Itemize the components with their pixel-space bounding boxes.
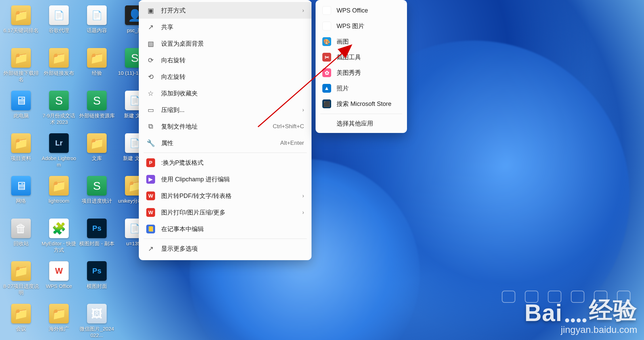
desktop-icon-label: 文库 xyxy=(92,155,102,161)
menu-item[interactable]: ▣打开方式› xyxy=(139,2,312,19)
net-icon: 🖥 xyxy=(11,176,31,196)
desktop-icon[interactable]: 📁文库 xyxy=(78,131,116,173)
submenu-app-label: WPS Office xyxy=(337,7,368,14)
desktop-icon-label: 回收站 xyxy=(14,240,29,247)
desktop-icon[interactable]: Ps横图封面 - 副本 xyxy=(78,216,116,258)
desktop-icon[interactable]: 📁项目资料 xyxy=(2,131,40,173)
menu-item-label: 向右旋转 xyxy=(161,56,304,64)
menu-separator xyxy=(320,114,402,114)
menu-item[interactable]: W图片转PDF/转文字/转表格› xyxy=(139,187,312,204)
desktop-icon[interactable]: S7-9月份成交话术 2023 xyxy=(40,88,78,131)
menu-item-label: 显示更多选项 xyxy=(161,245,304,253)
chevron-right-icon: › xyxy=(302,107,304,113)
submenu-app-item[interactable]: ✂截图工具 xyxy=(316,49,407,65)
menu-item[interactable]: ⧉复制文件地址Ctrl+Shift+C xyxy=(139,118,312,135)
menu-item-icon: 🔧 xyxy=(146,139,155,148)
file-icon: 📄 xyxy=(87,5,107,25)
desktop-icon[interactable] xyxy=(116,258,154,301)
folder-icon: 📁 xyxy=(11,304,31,323)
submenu-app-label: 截图工具 xyxy=(337,53,361,61)
desktop-icon-label: 6.17关键词排名 xyxy=(3,27,39,33)
menu-item[interactable]: ▧设置为桌面背景 xyxy=(139,35,312,52)
menu-item-label: 图片转PDF/转文字/转表格 xyxy=(161,192,296,200)
submenu-app-item[interactable]: ✿美图秀秀 xyxy=(316,65,407,81)
desktop-icon-label: 8-27项目进度说明 xyxy=(3,283,39,296)
folder-icon: 📁 xyxy=(49,176,69,196)
desktop[interactable]: 📁6.17关键词排名📄谷歌代理📄话题内容👤psc_副📁外部链接下载排名📁外部链接… xyxy=(0,0,644,340)
desktop-icon[interactable]: 📁外部链接下载排名 xyxy=(2,45,40,88)
desktop-icon[interactable]: 🖼微信图片_2024022... xyxy=(78,301,116,340)
desktop-icon-label: 外部链接发布 xyxy=(44,70,74,76)
app-icon: ▲ xyxy=(322,84,331,93)
desktop-icon-label: 微信图片_2024022... xyxy=(79,325,115,338)
desktop-icon[interactable]: LrAdobe Lightroom xyxy=(40,131,78,173)
submenu-app-item[interactable]: ⬛搜索 Microsoft Store xyxy=(316,96,407,112)
wps-icon: S xyxy=(87,91,107,110)
menu-item-shortcut: Ctrl+Shift+C xyxy=(273,123,304,130)
desktop-icon-label: 经验 xyxy=(92,70,102,76)
desktop-icon[interactable]: WPS Office xyxy=(40,258,78,301)
desktop-icon[interactable]: 🖥此电脑 xyxy=(2,88,40,131)
desktop-icon[interactable]: 📄话题内容 xyxy=(78,3,116,45)
desktop-icon[interactable]: 📁8-27项目进度说明 xyxy=(2,258,40,301)
desktop-icon[interactable]: 📁6.17关键词排名 xyxy=(2,3,40,45)
desktop-icon[interactable]: 🗑回收站 xyxy=(2,216,40,258)
desktop-icon[interactable]: S外部链接资源库 xyxy=(78,88,116,131)
desktop-icon-label: 横图封面 - 副本 xyxy=(79,240,114,247)
menu-item-label: 添加到收藏夹 xyxy=(161,89,304,97)
menu-item-icon: W xyxy=(146,208,155,217)
menu-item-label: 压缩到... xyxy=(161,106,296,114)
desktop-icon[interactable]: 📁会议 xyxy=(2,301,40,340)
desktop-icon-label: 项目资料 xyxy=(11,155,31,161)
choose-other-app[interactable]: 选择其他应用 xyxy=(316,116,407,129)
desktop-icon[interactable]: S项目进度统计 xyxy=(78,173,116,216)
desktop-icon-label: 会议 xyxy=(16,325,26,332)
app-icon: M xyxy=(322,22,331,30)
menu-item[interactable]: ⟲向左旋转 xyxy=(139,68,312,85)
wpsoffice-icon xyxy=(49,261,69,281)
submenu-app-item[interactable]: ▲照片 xyxy=(316,81,407,96)
menu-item[interactable]: ▭压缩到...› xyxy=(139,101,312,118)
menu-item[interactable]: ⟳向右旋转 xyxy=(139,52,312,68)
desktop-icon-label: 话题内容 xyxy=(87,27,107,33)
desktop-icon[interactable] xyxy=(116,301,154,340)
comp-icon: 🖥 xyxy=(11,91,31,110)
menu-item[interactable]: W图片打印/图片压缩/更多› xyxy=(139,204,312,221)
menu-item[interactable]: 📒在记事本中编辑 xyxy=(139,221,312,237)
folder-icon: 📁 xyxy=(11,133,31,153)
pic-icon: 🖼 xyxy=(87,304,107,323)
desktop-icon[interactable]: 📄谷歌代理 xyxy=(40,3,78,45)
submenu-app-item[interactable]: 🎨画图 xyxy=(316,34,407,49)
menu-item[interactable]: ↗共享 xyxy=(139,19,312,35)
menu-item-label: 设置为桌面背景 xyxy=(161,40,304,48)
menu-item-label: 在记事本中编辑 xyxy=(161,225,304,233)
menu-item[interactable]: ↗显示更多选项 xyxy=(139,240,312,257)
desktop-icon[interactable]: 🧩MyEditor - 快捷方式 xyxy=(40,216,78,258)
menu-item-icon: ⧉ xyxy=(146,122,155,131)
app-icon: ✿ xyxy=(322,68,331,77)
desktop-icon[interactable]: 📁经验 xyxy=(78,45,116,88)
desktop-icon-label: MyEditor - 快捷方式 xyxy=(41,240,77,253)
desktop-icon[interactable]: 📁外部链接发布 xyxy=(40,45,78,88)
submenu-app-label: WPS 图片 xyxy=(337,22,364,30)
submenu-app-item[interactable]: WWPS Office xyxy=(316,3,407,18)
menu-item[interactable]: 🔧属性Alt+Enter xyxy=(139,135,312,151)
menu-item[interactable]: P:换为P鹭坂格式 xyxy=(139,154,312,171)
desktop-icon-label: 此电脑 xyxy=(14,112,29,119)
menu-item[interactable]: ▶使用 Clipchamp 进行编辑 xyxy=(139,171,312,187)
desktop-icon[interactable]: 📁lightroom xyxy=(40,173,78,216)
menu-item-icon: ⟲ xyxy=(146,72,155,81)
app-icon: ✂ xyxy=(322,53,331,62)
desktop-icon[interactable]: 🖥网络 xyxy=(2,173,40,216)
desktop-icon[interactable]: Ps横图封面 xyxy=(78,258,116,301)
desktop-icon[interactable]: 📁海外推广 xyxy=(40,301,78,340)
context-menu: ▣打开方式›↗共享▧设置为桌面背景⟳向右旋转⟲向左旋转☆添加到收藏夹▭压缩到..… xyxy=(139,0,312,260)
menu-item-icon: 📒 xyxy=(146,225,155,233)
submenu-app-item[interactable]: MWPS 图片 xyxy=(316,18,407,34)
desktop-icon-label: 横图封面 xyxy=(87,283,107,289)
desktop-icon-label: 外部链接下载排名 xyxy=(3,70,39,83)
submenu-app-label: 照片 xyxy=(337,84,349,92)
folder-icon: 📁 xyxy=(11,261,31,281)
folder-icon: 📁 xyxy=(11,5,31,25)
menu-item[interactable]: ☆添加到收藏夹 xyxy=(139,85,312,101)
